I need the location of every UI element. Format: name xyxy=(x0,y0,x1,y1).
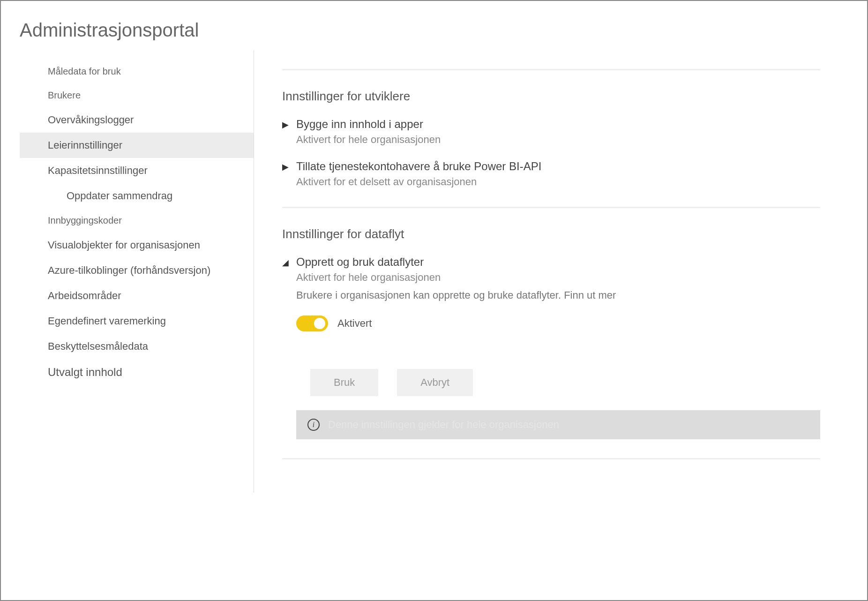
setting-status: Aktivert for hele organisasjonen xyxy=(296,134,820,146)
info-bar: i Denne innstillingen gjelder for hele o… xyxy=(296,410,820,439)
sidebar-item-azure-connections[interactable]: Azure-tilkoblinger (forhåndsversjon) xyxy=(20,258,254,283)
section-developer-settings-title: Innstillinger for utviklere xyxy=(282,89,820,104)
sidebar-item-usage-metrics[interactable]: Måledata for bruk xyxy=(20,60,254,83)
sidebar-item-protection-metrics[interactable]: Beskyttelsesmåledata xyxy=(20,334,254,359)
sidebar-item-audit-logs[interactable]: Overvåkingslogger xyxy=(20,107,254,133)
setting-title: Bygge inn innhold i apper xyxy=(296,118,820,131)
sidebar-item-featured-content[interactable]: Utvalgt innhold xyxy=(20,359,254,385)
toggle-label: Aktivert xyxy=(337,317,372,330)
sidebar-item-users[interactable]: Brukere xyxy=(20,83,254,107)
chevron-right-icon[interactable]: ▶ xyxy=(282,160,296,172)
cancel-button[interactable]: Avbryt xyxy=(397,369,473,396)
sidebar-item-capacity-settings[interactable]: Kapasitetsinnstillinger xyxy=(20,158,254,183)
apply-button[interactable]: Bruk xyxy=(310,369,378,396)
page-title: Administrasjonsportal xyxy=(20,20,848,41)
main-content: Innstillinger for utviklere ▶ Bygge inn … xyxy=(254,50,848,492)
section-dataflow-settings-title: Innstillinger for dataflyt xyxy=(282,227,820,241)
sidebar-item-embed-codes[interactable]: Innbyggingskoder xyxy=(20,209,254,233)
toggle-enabled[interactable] xyxy=(296,316,328,331)
divider xyxy=(282,458,820,459)
divider xyxy=(282,69,820,70)
info-icon: i xyxy=(307,419,320,431)
info-text: Denne innstillingen gjelder for hele org… xyxy=(328,419,559,431)
setting-title: Opprett og bruk dataflyter xyxy=(296,255,820,269)
setting-status: Aktivert for et delsett av organisasjone… xyxy=(296,176,820,188)
chevron-right-icon[interactable]: ▶ xyxy=(282,118,296,130)
sidebar-item-org-visuals[interactable]: Visualobjekter for organisasjonen xyxy=(20,233,254,258)
sidebar-item-tenant-settings[interactable]: Leierinnstillinger xyxy=(20,133,254,158)
sidebar-item-workspaces[interactable]: Arbeidsområder xyxy=(20,283,254,308)
setting-service-principals[interactable]: ▶ Tillate tjenestekontohavere å bruke Po… xyxy=(282,160,820,188)
setting-create-dataflows[interactable]: ◢ Opprett og bruk dataflyter Aktivert fo… xyxy=(282,255,820,439)
sidebar-item-custom-branding[interactable]: Egendefinert varemerking xyxy=(20,308,254,334)
divider xyxy=(282,207,820,208)
sidebar: Måledata for bruk Brukere Overvåkingslog… xyxy=(20,50,254,492)
toggle-knob xyxy=(314,318,325,329)
setting-title: Tillate tjenestekontohavere å bruke Powe… xyxy=(296,160,820,173)
sidebar-item-refresh-summary[interactable]: Oppdater sammendrag xyxy=(20,183,254,209)
chevron-down-icon[interactable]: ◢ xyxy=(282,255,296,268)
setting-description: Brukere i organisasjonen kan opprette og… xyxy=(296,289,820,301)
setting-status: Aktivert for hele organisasjonen xyxy=(296,271,820,284)
setting-embed-content[interactable]: ▶ Bygge inn innhold i apper Aktivert for… xyxy=(282,118,820,146)
